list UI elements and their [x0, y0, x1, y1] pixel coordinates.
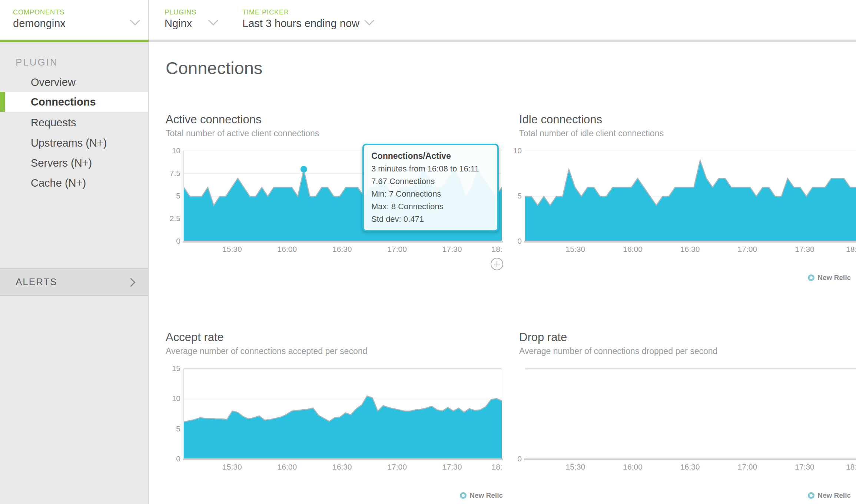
sidebar-item-label: Requests	[31, 117, 76, 128]
chevron-down-icon	[364, 16, 374, 26]
x-tick-label: 17:30	[442, 463, 462, 471]
components-dropdown[interactable]: COMPONENTS demonginx	[13, 0, 148, 40]
sidebar-item-overview[interactable]: Overview	[0, 72, 148, 92]
y-tick-label: 5	[176, 424, 180, 433]
y-tick-label: 15	[172, 364, 180, 373]
y-tick-label: 10	[172, 146, 180, 155]
y-tick-label: 0	[517, 454, 522, 463]
x-tick-label: 16:00	[278, 463, 297, 471]
x-tick-label: 17:30	[795, 245, 814, 254]
new-relic-logo-text: New Relic	[817, 491, 851, 500]
sidebar-item-alerts[interactable]: ALERTS	[0, 268, 148, 296]
chart-tooltip: Connections/Active 3 minutes from 16:08 …	[362, 144, 499, 231]
y-tick-label: 10	[172, 394, 180, 403]
x-tick-label: 18:	[846, 463, 856, 471]
drop-rate-plot-area[interactable]: 15:3016:0016:3017:0017:3018:	[525, 368, 856, 460]
tooltip-title: Connections/Active	[371, 149, 490, 163]
y-tick-label: 2.5	[170, 214, 180, 223]
top-bar: COMPONENTS demonginx PLUGINS Nginx TIME …	[0, 0, 856, 40]
y-tick-label: 0	[176, 237, 180, 246]
tooltip-line: 7.67 Connections	[371, 175, 490, 188]
chart-title: Accept rate	[166, 331, 501, 344]
new-relic-logo: New Relic	[808, 491, 851, 500]
x-tick-label: 16:00	[278, 245, 297, 254]
selected-indicator-bar	[0, 92, 5, 112]
x-tick-label: 16:30	[332, 463, 352, 471]
sidebar-item-connections[interactable]: Connections	[0, 92, 148, 112]
components-value: demonginx	[13, 17, 66, 30]
sidebar: PLUGIN Overview Connections Requests Ups…	[0, 42, 149, 504]
plugins-dropdown[interactable]: PLUGINS Nginx	[165, 0, 228, 40]
y-tick-label: 7.5	[170, 169, 180, 178]
y-tick-label: 0	[517, 237, 522, 246]
x-tick-label: 17:30	[442, 245, 462, 254]
new-relic-logo: New Relic	[460, 491, 503, 500]
tooltip-line: Min: 7 Connections	[371, 188, 490, 200]
x-tick-label: 18:	[492, 463, 502, 471]
time-picker-value: Last 3 hours ending now	[242, 17, 359, 30]
sidebar-item-label: Upstreams (N+)	[31, 137, 107, 149]
drop-rate-chart: Drop rate Average number of connections …	[507, 331, 856, 356]
idle-connections-chart: Idle connections Total number of idle cl…	[507, 113, 856, 138]
x-tick-label: 16:30	[680, 245, 700, 254]
accept-rate-chart: Accept rate Average number of connection…	[166, 331, 501, 356]
x-tick-label: 15:30	[222, 245, 242, 254]
y-tick-label: 5	[176, 191, 180, 200]
sidebar-section-label: PLUGIN	[16, 57, 58, 68]
tooltip-line: Std dev: 0.471	[371, 213, 490, 226]
topbar-divider	[148, 0, 149, 40]
y-axis: 051015	[166, 331, 180, 479]
sidebar-item-cache[interactable]: Cache (N+)	[0, 173, 148, 193]
new-relic-ring-icon	[808, 492, 814, 499]
sidebar-item-servers[interactable]: Servers (N+)	[0, 153, 148, 173]
x-axis: 15:3016:0016:3017:0017:3018:	[184, 241, 502, 256]
app-root: COMPONENTS demonginx PLUGINS Nginx TIME …	[0, 0, 856, 504]
new-relic-logo: New Relic	[808, 274, 851, 282]
alerts-label: ALERTS	[16, 276, 57, 287]
time-picker-dropdown[interactable]: TIME PICKER Last 3 hours ending now	[242, 0, 383, 40]
chevron-down-icon	[208, 16, 218, 26]
chevron-right-icon	[126, 278, 135, 287]
chart-subtitle: Average number of connections dropped pe…	[519, 346, 856, 356]
accept-rate-plot-area[interactable]: 15:3016:0016:3017:0017:3018:	[183, 368, 502, 460]
sidebar-item-label: Servers (N+)	[31, 157, 92, 169]
active-connections-chart: Active connections Total number of activ…	[166, 113, 501, 138]
x-tick-label: 16:00	[623, 463, 643, 471]
x-tick-label: 15:30	[566, 245, 585, 254]
x-tick-label: 18:	[492, 245, 502, 254]
zoom-plus-icon[interactable]	[491, 258, 503, 270]
chart-subtitle: Total number of idle client connections	[519, 128, 856, 138]
new-relic-logo-text: New Relic	[817, 274, 851, 282]
sidebar-item-upstreams[interactable]: Upstreams (N+)	[0, 133, 148, 153]
time-picker-label: TIME PICKER	[242, 9, 289, 16]
chart-subtitle: Total number of active client connection…	[166, 128, 501, 138]
x-tick-label: 17:00	[738, 245, 757, 254]
x-axis: 15:3016:0016:3017:0017:3018:	[525, 241, 856, 256]
tooltip-line: Max: 8 Connections	[371, 200, 490, 213]
x-tick-label: 16:30	[680, 463, 700, 471]
tooltip-line: 3 minutes from 16:08 to 16:11	[371, 163, 490, 175]
y-tick-label: 5	[517, 191, 522, 200]
y-axis: 02.557.510	[166, 113, 180, 261]
y-tick-label: 0	[176, 454, 180, 463]
idle-connections-plot-area[interactable]: 15:3016:0016:3017:0017:3018:	[525, 151, 856, 242]
x-tick-label: 18:	[846, 245, 856, 254]
x-tick-label: 16:00	[623, 245, 643, 254]
x-tick-label: 17:00	[387, 463, 407, 471]
x-tick-label: 15:30	[222, 463, 242, 471]
sidebar-item-requests[interactable]: Requests	[0, 113, 148, 133]
chart-subtitle: Average number of connections accepted p…	[166, 346, 501, 356]
new-relic-logo-text: New Relic	[470, 491, 503, 500]
plugins-label: PLUGINS	[165, 9, 196, 16]
chart-title: Active connections	[166, 113, 501, 126]
x-tick-label: 16:30	[332, 245, 352, 254]
components-label: COMPONENTS	[13, 9, 64, 16]
y-axis: 0	[507, 331, 522, 479]
chart-title: Idle connections	[519, 113, 856, 126]
sidebar-item-label: Overview	[31, 76, 76, 88]
plugins-value: Nginx	[165, 17, 192, 30]
new-relic-ring-icon	[460, 492, 467, 499]
x-tick-label: 15:30	[566, 463, 585, 471]
x-tick-label: 17:30	[795, 463, 814, 471]
chevron-down-icon	[130, 16, 140, 26]
